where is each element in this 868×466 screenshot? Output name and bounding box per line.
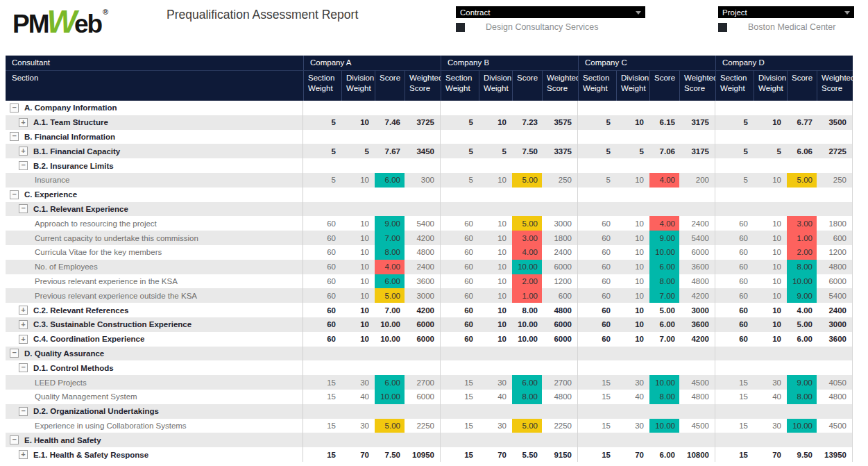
pmweb-logo: PMWeb® bbox=[12, 3, 108, 40]
section-weight-cell bbox=[303, 404, 341, 419]
weighted-score-cell bbox=[679, 202, 715, 217]
score-cell bbox=[512, 202, 542, 217]
table-row: −A. Company Information bbox=[6, 101, 853, 115]
collapse-toggle-icon[interactable]: − bbox=[10, 190, 19, 199]
division-weight-cell bbox=[616, 130, 649, 144]
division-weight-cell: 30 bbox=[479, 419, 512, 433]
division-weight-cell bbox=[754, 130, 787, 144]
division-weight-cell bbox=[341, 188, 375, 202]
score-cell: 6.00 bbox=[649, 317, 679, 332]
contract-slicer-header[interactable]: Contract bbox=[456, 6, 645, 18]
checkbox-icon[interactable] bbox=[456, 23, 465, 32]
score-cell bbox=[787, 360, 817, 375]
project-option-label: Boston Medical Center bbox=[748, 22, 835, 32]
table-row: +C.4. Coordination Experience601010.0060… bbox=[6, 332, 853, 347]
division-weight-cell: 5 bbox=[754, 144, 787, 158]
table-row: No. of Employees60104.002400601010.00600… bbox=[6, 260, 853, 274]
table-row: +A.1. Team Structure5107.4637255107.2335… bbox=[6, 115, 853, 130]
score-cell: 10.00 bbox=[787, 274, 817, 289]
collapse-toggle-icon[interactable]: − bbox=[10, 132, 19, 141]
division-weight-cell bbox=[479, 101, 512, 115]
division-weight-cell: 10 bbox=[341, 288, 375, 303]
weighted-score-cell: 4200 bbox=[405, 231, 441, 245]
section-weight-cell: 5 bbox=[578, 173, 616, 188]
division-weight-cell: 10 bbox=[479, 332, 512, 347]
project-slicer-option[interactable]: Boston Medical Center bbox=[718, 22, 854, 32]
score-cell: 10.00 bbox=[375, 317, 405, 332]
section-weight-cell: 60 bbox=[303, 231, 341, 245]
score-cell: 4.00 bbox=[512, 245, 542, 260]
table-row: +E.1. Health & Safety Response15707.5010… bbox=[6, 447, 853, 462]
division-weight-cell bbox=[754, 433, 787, 447]
weighted-score-cell: 600 bbox=[817, 231, 853, 245]
section-label: C.4. Coordination Experience bbox=[33, 335, 144, 343]
division-weight-cell: 10 bbox=[616, 173, 649, 188]
expand-toggle-icon[interactable]: + bbox=[19, 306, 28, 315]
score-cell bbox=[512, 433, 542, 447]
score-cell: 8.00 bbox=[375, 245, 405, 260]
section-cell: Previous relevant experience in the KSA bbox=[6, 274, 303, 289]
weighted-score-cell bbox=[542, 101, 578, 115]
score-cell: 1.00 bbox=[787, 231, 817, 245]
table-row: LEED Projects15306.00270015306.002700153… bbox=[6, 375, 853, 390]
division-weight-cell bbox=[616, 158, 649, 173]
expand-toggle-icon[interactable]: + bbox=[19, 335, 28, 344]
score-cell bbox=[375, 101, 405, 115]
project-slicer-header[interactable]: Project bbox=[718, 6, 854, 18]
collapse-toggle-icon[interactable]: − bbox=[10, 103, 19, 113]
section-weight-cell: 60 bbox=[715, 216, 754, 231]
section-label: C. Experience bbox=[24, 190, 77, 199]
collapse-toggle-icon[interactable]: − bbox=[10, 349, 19, 358]
expand-toggle-icon[interactable]: + bbox=[19, 450, 28, 459]
table-row: −B. Financial Information bbox=[6, 130, 853, 144]
score-cell bbox=[375, 404, 405, 419]
section-weight-cell: 5 bbox=[441, 115, 479, 130]
section-label: E.1. Health & Safety Response bbox=[33, 451, 148, 459]
division-weight-cell bbox=[616, 101, 649, 115]
section-weight-cell bbox=[578, 130, 616, 144]
expand-toggle-icon[interactable]: + bbox=[19, 118, 28, 127]
collapse-toggle-icon[interactable]: − bbox=[19, 363, 28, 372]
chevron-down-icon[interactable] bbox=[844, 11, 850, 15]
score-cell bbox=[787, 404, 817, 419]
score-cell: 8.00 bbox=[649, 390, 679, 404]
section-label: E. Health and Safety bbox=[24, 436, 101, 444]
section-cell: +C.3. Sustainable Construction Experienc… bbox=[6, 317, 303, 332]
chevron-down-icon[interactable] bbox=[636, 11, 641, 15]
score-cell: 1.00 bbox=[512, 288, 542, 303]
division-weight-cell: 40 bbox=[341, 390, 375, 404]
collapse-toggle-icon[interactable]: − bbox=[10, 435, 19, 444]
expand-toggle-icon[interactable]: + bbox=[19, 320, 28, 329]
score-cell bbox=[649, 202, 679, 217]
table-row: −D.2. Organizational Undertakings bbox=[6, 404, 853, 419]
contract-slicer-label: Contract bbox=[460, 8, 490, 17]
division-weight-cell: 5 bbox=[479, 144, 512, 158]
weighted-score-cell bbox=[679, 101, 715, 115]
section-weight-cell bbox=[303, 101, 341, 115]
section-weight-cell bbox=[441, 202, 479, 217]
section-weight-cell: 60 bbox=[441, 260, 479, 274]
collapse-toggle-icon[interactable]: − bbox=[19, 407, 28, 416]
section-weight-cell bbox=[303, 433, 341, 447]
collapse-toggle-icon[interactable]: − bbox=[19, 161, 28, 170]
division-weight-cell: 40 bbox=[754, 390, 787, 404]
weighted-score-cell: 4800 bbox=[817, 260, 853, 274]
section-weight-cell: 60 bbox=[578, 317, 616, 332]
division-weight-cell: 10 bbox=[754, 260, 787, 274]
score-cell: 6.77 bbox=[787, 115, 817, 130]
division-weight-cell: 70 bbox=[616, 447, 649, 462]
section-label: Approach to resourcing the project bbox=[35, 219, 157, 228]
collapse-toggle-icon[interactable]: − bbox=[19, 204, 28, 213]
weighted-score-cell: 5400 bbox=[817, 288, 853, 303]
weighted-score-cell bbox=[405, 130, 441, 144]
weighted-score-cell: 6000 bbox=[679, 245, 715, 260]
checkbox-icon[interactable] bbox=[718, 23, 727, 32]
score-cell: 5.00 bbox=[512, 419, 542, 433]
contract-slicer-option[interactable]: Design Consultancy Services bbox=[456, 22, 645, 32]
score-cell bbox=[649, 188, 679, 202]
score-cell bbox=[512, 360, 542, 375]
section-weight-cell: 60 bbox=[578, 303, 616, 317]
score-cell: 10.00 bbox=[512, 317, 542, 332]
expand-toggle-icon[interactable]: + bbox=[19, 147, 28, 156]
division-weight-cell: 10 bbox=[479, 115, 512, 130]
